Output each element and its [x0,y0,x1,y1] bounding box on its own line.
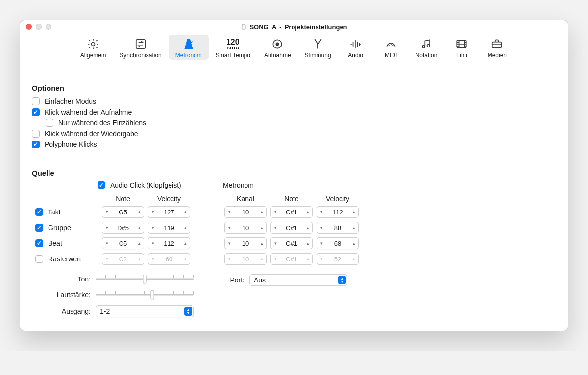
polyphonic-clicks-checkbox[interactable] [32,141,40,148]
metronome-header-label: Metronom [223,181,254,189]
click-during-record-label: Klick während der Aufnahme [45,108,132,116]
svg-point-4 [388,45,389,46]
svg-point-6 [392,45,393,46]
only-during-countin-label: Nur während des Einzählens [58,119,146,127]
source-section-title: Quelle [32,169,556,177]
takt-mvel-stepper[interactable]: ▾112▴ [317,206,359,218]
midi-metronome-table: Kanal Note Velocity ▾10▴ ▾C#1▴ ▾112▴ ▾10… [221,192,362,268]
table-row: Takt ▾G5▴ ▾127▴ [35,206,191,218]
waveform-icon [347,37,364,51]
tab-assets[interactable]: Medien [479,35,514,60]
simple-mode-checkbox[interactable] [32,97,40,105]
document-icon [241,24,246,30]
sync-icon [132,37,149,51]
window-traffic-lights [26,24,51,30]
raster-mvel-stepper[interactable]: ▾52▴ [317,253,359,265]
col-channel: Kanal [224,195,267,203]
table-row: ▾10▴ ▾C#1▴ ▾68▴ [224,237,359,250]
gruppe-velocity-stepper[interactable]: ▾119▴ [148,222,190,234]
briefcase-icon [489,37,505,51]
tab-smart-tempo[interactable]: 120AUTO Smart Tempo [209,35,257,60]
table-row: Rasterwert ▾C2▴ ▾60▴ [35,253,191,265]
titlebar: SONG_A - Projekteinstellungen [20,20,568,34]
options-section-title: Optionen [32,84,556,92]
port-label: Port: [221,276,245,284]
notation-icon [418,37,435,51]
audio-click-checkbox[interactable] [98,181,105,189]
close-window-button[interactable] [26,24,32,30]
tab-notation[interactable]: Notation [409,35,444,60]
svg-point-0 [92,43,95,46]
simple-mode-label: Einfacher Modus [45,97,96,105]
table-row: ▾10▴ ▾C#1▴ ▾112▴ [224,206,359,218]
table-row: Beat ▾C5▴ ▾112▴ [35,237,191,250]
tab-audio[interactable]: Audio [338,35,373,60]
zoom-window-button[interactable] [46,24,51,30]
tab-metronome[interactable]: Metronom [169,35,209,60]
chevron-up-down-icon: ▲▼ [338,276,346,284]
gruppe-mnote-stepper[interactable]: ▾C#1▴ [270,222,313,234]
project-settings-window: SONG_A - Projekteinstellungen Allgemein … [20,20,568,331]
port-select[interactable]: Aus ▲▼ [249,274,347,286]
window-title-section: Projekteinstellungen [285,23,347,31]
settings-toolbar: Allgemein Synchronisation Metronom 120AU… [20,34,568,65]
click-during-playback-label: Klick während der Wiedergabe [45,130,138,138]
click-during-playback-checkbox[interactable] [32,130,40,138]
beat-mvel-stepper[interactable]: ▾68▴ [317,237,359,249]
beat-note-stepper[interactable]: ▾C5▴ [102,237,144,249]
volume-slider[interactable] [96,290,194,300]
beat-checkbox[interactable] [35,239,43,247]
tone-label: Ton: [32,275,91,283]
audio-click-table: Note Velocity Takt ▾G5▴ ▾127▴ Gruppe ▾D#… [32,192,194,268]
takt-checkbox[interactable] [35,208,43,216]
tempo-icon: 120AUTO [224,37,241,51]
raster-velocity-stepper[interactable]: ▾60▴ [148,253,190,265]
svg-point-3 [276,43,279,46]
tab-general[interactable]: Allgemein [74,35,113,60]
only-during-countin-checkbox[interactable] [46,119,53,127]
col-velocity: Velocity [147,195,191,203]
raster-note-stepper[interactable]: ▾C2▴ [102,253,144,265]
takt-channel-stepper[interactable]: ▾10▴ [224,206,267,218]
beat-mnote-stepper[interactable]: ▾C#1▴ [270,237,313,249]
minimize-window-button[interactable] [36,24,42,30]
output-select[interactable]: 1-2 ▲▼ [96,305,194,317]
gruppe-note-stepper[interactable]: ▾D#5▴ [102,222,144,234]
svg-rect-1 [136,40,145,48]
gruppe-checkbox[interactable] [35,224,43,232]
table-row: ▾10▴ ▾C#1▴ ▾52▴ [224,253,359,265]
raster-channel-stepper[interactable]: ▾10▴ [224,253,267,265]
audio-click-label: Audio Click (Klopfgeist) [110,181,181,189]
raster-checkbox[interactable] [35,255,43,263]
col-note: Note [101,195,145,203]
gruppe-channel-stepper[interactable]: ▾10▴ [224,222,267,234]
beat-channel-stepper[interactable]: ▾10▴ [224,237,267,249]
gruppe-mvel-stepper[interactable]: ▾88▴ [317,222,359,234]
col-velocity-midi: Velocity [316,195,359,203]
raster-mnote-stepper[interactable]: ▾C#1▴ [270,253,313,265]
record-icon [269,37,286,51]
tab-recording[interactable]: Aufnahme [257,35,298,60]
window-title-project: SONG_A [249,23,276,31]
takt-velocity-stepper[interactable]: ▾127▴ [148,206,190,218]
tone-slider[interactable] [96,274,194,284]
takt-mnote-stepper[interactable]: ▾C#1▴ [270,206,313,218]
midi-icon [383,37,399,51]
film-icon [453,37,470,51]
table-row: Gruppe ▾D#5▴ ▾119▴ [35,221,191,234]
gear-icon [85,37,101,51]
table-row: ▾10▴ ▾C#1▴ ▾88▴ [224,221,359,234]
svg-point-5 [391,44,392,45]
click-during-record-checkbox[interactable] [32,108,40,116]
tab-tuning[interactable]: Stimmung [298,35,338,60]
volume-label: Lautstärke: [32,291,91,299]
takt-note-stepper[interactable]: ▾G5▴ [102,206,144,218]
beat-velocity-stepper[interactable]: ▾112▴ [148,237,190,249]
col-note-midi: Note [270,195,313,203]
polyphonic-clicks-label: Polyphone Klicks [45,141,97,148]
tab-sync[interactable]: Synchronisation [113,35,168,60]
tab-film[interactable]: Film [444,35,479,60]
tuning-fork-icon [310,37,326,51]
output-label: Ausgang: [32,307,91,315]
tab-midi[interactable]: MIDI [373,35,409,60]
